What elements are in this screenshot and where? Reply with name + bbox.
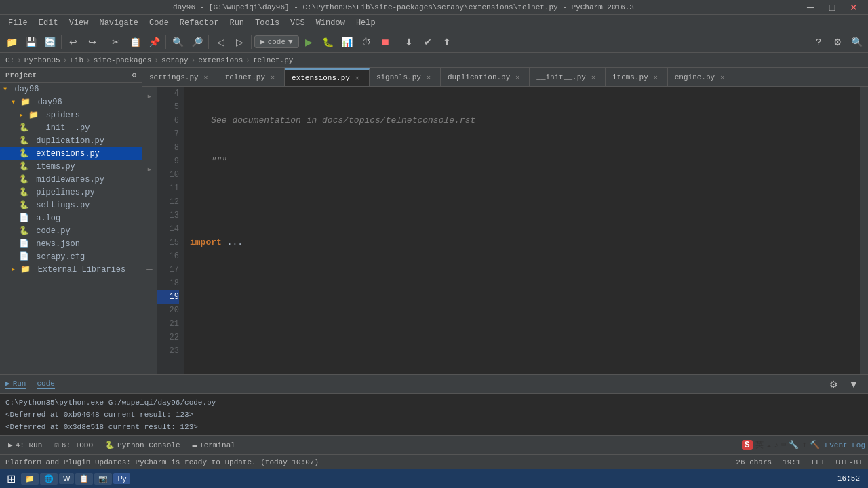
breadcrumb-lib[interactable]: Lib bbox=[70, 56, 83, 64]
run-panel-settings-btn[interactable]: ⚙ bbox=[825, 375, 842, 393]
footer-tab-todo[interactable]: ☑ 6: TODO bbox=[49, 439, 98, 451]
taskbar-app2[interactable]: 📷 bbox=[94, 473, 112, 485]
minimize-button[interactable]: ─ bbox=[802, 0, 819, 16]
toolbar-cut-btn[interactable]: ✂ bbox=[107, 33, 125, 51]
sidebar-gear-icon[interactable]: ⚙ bbox=[132, 70, 136, 79]
footer-tab-run[interactable]: ▶ 4: Run bbox=[3, 439, 47, 451]
taskbar-app1[interactable]: 📋 bbox=[75, 473, 93, 485]
tab-close-init[interactable]: ✕ bbox=[589, 73, 598, 82]
toolbar-undo-btn[interactable]: ↩ bbox=[64, 33, 82, 51]
tab-close-signals[interactable]: ✕ bbox=[424, 73, 433, 82]
sogou-icon-4[interactable]: ⌨ bbox=[781, 440, 786, 450]
tree-day96-inner[interactable]: ▾ 📁 day96 bbox=[0, 96, 142, 108]
toolbar-settings-btn[interactable]: ⚙ bbox=[829, 33, 846, 51]
tab-close-telnet[interactable]: ✕ bbox=[268, 73, 277, 82]
tree-alog[interactable]: 📄 a.log bbox=[0, 211, 142, 224]
tree-pipelines[interactable]: 🐍 pipelines.py bbox=[0, 186, 142, 199]
tab-telnet[interactable]: telnet.py ✕ bbox=[218, 68, 285, 86]
tab-duplication[interactable]: duplication.py ✕ bbox=[441, 68, 530, 86]
toolbar-search-btn[interactable]: 🔍 bbox=[848, 33, 865, 51]
tree-items[interactable]: 🐍 items.py bbox=[0, 160, 142, 173]
coverage-button[interactable]: 📊 bbox=[338, 33, 356, 51]
menu-tools[interactable]: Tools bbox=[250, 17, 285, 29]
debug-button[interactable]: 🐛 bbox=[319, 33, 337, 51]
taskbar-pycharm[interactable]: Py bbox=[113, 473, 130, 484]
sogou-icon-3[interactable]: ♪ bbox=[774, 441, 778, 450]
tree-scrapy-cfg[interactable]: 📄 scrapy.cfg bbox=[0, 250, 142, 263]
menu-window[interactable]: Window bbox=[311, 17, 351, 29]
run-tab-code[interactable]: code bbox=[37, 380, 54, 389]
toolbar-replace-btn[interactable]: 🔎 bbox=[188, 33, 205, 51]
fold-icon-14[interactable]: ─ bbox=[146, 263, 152, 277]
breadcrumb-site-packages[interactable]: site-packages bbox=[94, 56, 152, 64]
tree-external-libs[interactable]: ▸ 📁 External Libraries bbox=[0, 263, 142, 276]
tab-init[interactable]: __init__.py ✕ bbox=[530, 68, 606, 86]
breadcrumb-telnet[interactable]: telnet.py bbox=[253, 56, 293, 64]
tab-engine[interactable]: engine.py ✕ bbox=[668, 68, 734, 86]
menu-help[interactable]: Help bbox=[351, 17, 381, 29]
tree-spiders[interactable]: ▸ 📁 spiders bbox=[0, 108, 142, 121]
code-editor[interactable]: ▸ ▸ ─ 4 5 6 7 8 9 10 11 12 13 14 15 16 bbox=[142, 87, 868, 374]
status-encoding[interactable]: UTF-8+ bbox=[835, 458, 863, 466]
toolbar-copy-btn[interactable]: 📋 bbox=[126, 33, 144, 51]
sogou-icon[interactable]: S bbox=[742, 440, 753, 450]
menu-file[interactable]: File bbox=[3, 17, 33, 29]
menu-vcs[interactable]: VCS bbox=[285, 17, 311, 29]
run-panel-close-btn[interactable]: ▼ bbox=[845, 375, 863, 393]
run-button[interactable]: ▶ bbox=[300, 33, 318, 51]
status-position[interactable]: 19:1 bbox=[783, 458, 800, 466]
menu-view[interactable]: View bbox=[64, 17, 94, 29]
tree-news[interactable]: 📄 news.json bbox=[0, 237, 142, 250]
tab-close-duplication[interactable]: ✕ bbox=[513, 73, 522, 82]
menu-edit[interactable]: Edit bbox=[33, 17, 64, 29]
stop-button[interactable]: ⏹ bbox=[376, 33, 394, 51]
toolbar-sync-btn[interactable]: 🔄 bbox=[41, 33, 58, 51]
breadcrumb-scrapy[interactable]: scrapy bbox=[161, 56, 189, 64]
event-log-link[interactable]: Event Log bbox=[825, 441, 865, 449]
taskbar-chrome[interactable]: 🌐 bbox=[40, 473, 58, 485]
sogou-icon-5[interactable]: 🔧 bbox=[789, 440, 799, 450]
footer-tab-terminal[interactable]: ▬ Terminal bbox=[187, 440, 241, 451]
start-button[interactable]: ⊞ bbox=[3, 471, 20, 487]
tree-middlewares[interactable]: 🐍 middlewares.py bbox=[0, 173, 142, 186]
footer-tab-python-console[interactable]: 🐍 Python Console bbox=[100, 439, 185, 451]
sogou-lang-icon[interactable]: 英 bbox=[755, 439, 764, 451]
vcs-commit-btn[interactable]: ✔ bbox=[419, 33, 437, 51]
tab-extensions[interactable]: extensions.py ✕ bbox=[285, 68, 370, 86]
taskbar-word[interactable]: W bbox=[59, 473, 74, 484]
tab-close-engine[interactable]: ✕ bbox=[717, 73, 727, 82]
breadcrumb-extensions[interactable]: extensions bbox=[198, 56, 243, 64]
toolbar-forward-btn[interactable]: ▷ bbox=[231, 33, 248, 51]
toolbar-save-btn[interactable]: 💾 bbox=[22, 33, 39, 51]
tree-extensions[interactable]: 🐍 extensions.py bbox=[0, 147, 142, 160]
menu-navigate[interactable]: Navigate bbox=[94, 17, 144, 29]
toolbar-back-btn[interactable]: ◁ bbox=[212, 33, 229, 51]
menu-refactor[interactable]: Refactor bbox=[174, 17, 224, 29]
fold-icon-7[interactable]: ▸ bbox=[146, 89, 152, 103]
toolbar-paste-btn[interactable]: 📌 bbox=[145, 33, 163, 51]
tree-duplication[interactable]: 🐍 duplication.py bbox=[0, 134, 142, 147]
vcs-push-btn[interactable]: ⬆ bbox=[438, 33, 456, 51]
vcs-update-btn[interactable]: ⬇ bbox=[400, 33, 418, 51]
tree-settings[interactable]: 🐍 settings.py bbox=[0, 199, 142, 211]
tree-root-day96[interactable]: ▾ day96 bbox=[0, 83, 142, 96]
menu-code[interactable]: Code bbox=[144, 17, 174, 29]
fold-icon-11[interactable]: ▸ bbox=[146, 163, 152, 176]
run-tab-run[interactable]: ▶ Run bbox=[5, 379, 26, 389]
tree-init[interactable]: 🐍 __init__.py bbox=[0, 121, 142, 134]
tab-signals[interactable]: signals.py ✕ bbox=[370, 68, 441, 86]
tab-settings[interactable]: settings.py ✕ bbox=[142, 68, 218, 86]
run-config-selector[interactable]: ▶ code ▼ bbox=[254, 35, 299, 48]
scrollbar-right[interactable] bbox=[860, 87, 868, 374]
taskbar-explorer[interactable]: 📁 bbox=[21, 473, 39, 485]
sogou-icon-2[interactable]: ☁ bbox=[766, 440, 771, 450]
tab-close-settings[interactable]: ✕ bbox=[201, 73, 211, 82]
status-lf[interactable]: LF+ bbox=[812, 458, 825, 466]
toolbar-redo-btn[interactable]: ↪ bbox=[83, 33, 101, 51]
toolbar-find-btn[interactable]: 🔍 bbox=[169, 33, 186, 51]
sogou-icon-7[interactable]: 🔨 bbox=[810, 440, 820, 450]
breadcrumb-c[interactable]: C: bbox=[5, 56, 14, 64]
tab-items[interactable]: items.py ✕ bbox=[606, 68, 668, 86]
close-button[interactable]: ✕ bbox=[845, 0, 863, 16]
maximize-button[interactable]: □ bbox=[823, 0, 841, 16]
